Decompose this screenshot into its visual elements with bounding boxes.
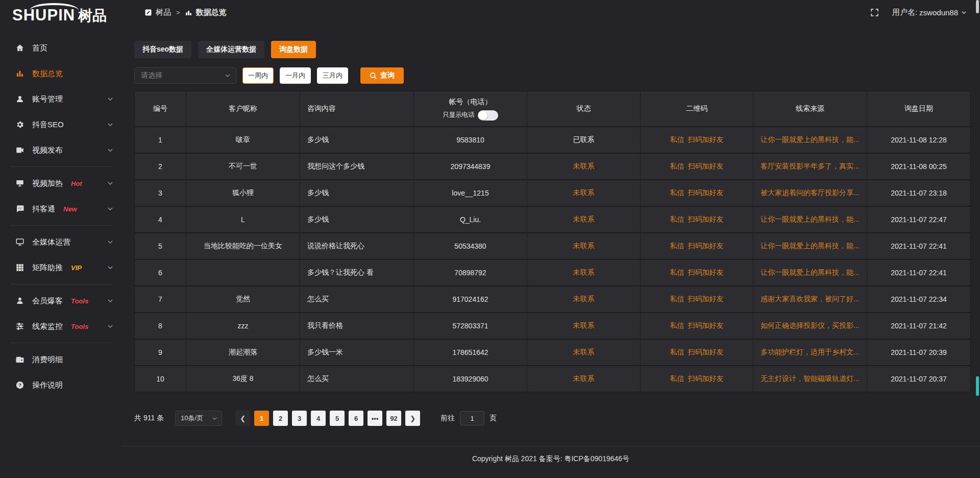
private-msg-link[interactable]: 私信 xyxy=(670,242,684,251)
sidebar-item-member-burst[interactable]: 会员爆客Tools xyxy=(0,288,121,314)
sidebar-item-data-overview[interactable]: 数据总览 xyxy=(0,61,121,86)
scan-add-friend-link[interactable]: 扫码加好友 xyxy=(688,295,724,304)
private-msg-link[interactable]: 私信 xyxy=(670,268,684,277)
page-button-5[interactable]: 5 xyxy=(330,411,345,426)
scan-add-friend-link[interactable]: 扫码加好友 xyxy=(688,321,724,330)
video-icon xyxy=(15,146,24,155)
period-button-1[interactable]: 一月内 xyxy=(280,67,311,84)
sidebar-item-label: 抖客通 xyxy=(32,204,55,214)
cell-source[interactable]: 感谢大家喜欢我家，被问了好... xyxy=(753,286,867,312)
more-pages-button[interactable]: ••• xyxy=(368,411,382,426)
user-menu[interactable]: 用户名: zswodun88 xyxy=(892,8,967,17)
scan-add-friend-link[interactable]: 扫码加好友 xyxy=(688,135,724,145)
cell-qr[interactable]: 私信扫码加好友 xyxy=(641,207,753,232)
scan-add-friend-link[interactable]: 扫码加好友 xyxy=(688,374,724,384)
cell-qr[interactable]: 私信扫码加好友 xyxy=(641,340,753,365)
search-button-label: 查询 xyxy=(380,71,395,80)
cell-source[interactable]: 多功能护栏灯，适用于乡村文... xyxy=(753,340,867,365)
page-button-4[interactable]: 4 xyxy=(311,411,326,426)
cell-qr[interactable]: 私信扫码加好友 xyxy=(641,180,753,206)
scan-add-friend-link[interactable]: 扫码加好友 xyxy=(688,268,724,277)
cell-qr[interactable]: 私信扫码加好友 xyxy=(641,154,753,179)
cell-account: love__1215 xyxy=(414,180,527,206)
tab-inquiry-data[interactable]: 询盘数据 xyxy=(271,41,316,58)
cell-source[interactable]: 让你一眼就爱上的黑科技，能... xyxy=(753,207,867,232)
sidebar-item-omni-media[interactable]: 全媒体运营 xyxy=(0,229,121,255)
page-button-6[interactable]: 6 xyxy=(349,411,363,426)
page-button-2[interactable]: 2 xyxy=(273,411,288,426)
sidebar-item-operation-guide[interactable]: ?操作说明 xyxy=(0,372,121,398)
sidebar-item-douketong[interactable]: 抖客通New xyxy=(0,196,121,222)
cell-qr[interactable]: 私信扫码加好友 xyxy=(641,313,753,339)
phone-only-toggle[interactable] xyxy=(478,110,498,121)
cell-qr[interactable]: 私信扫码加好友 xyxy=(641,127,753,153)
cell-qr[interactable]: 私信扫码加好友 xyxy=(641,366,753,392)
menu-divider xyxy=(10,343,111,343)
cell-source[interactable]: 让你一眼就爱上的黑科技，能... xyxy=(753,233,867,259)
sidebar-item-douyin-seo[interactable]: 抖音SEO xyxy=(0,112,121,137)
goto-page-input[interactable] xyxy=(460,411,484,425)
scrollbar-accent xyxy=(976,376,979,396)
menu-divider xyxy=(10,225,111,226)
period-button-2[interactable]: 三月内 xyxy=(317,67,348,84)
cell-account: 9583810 xyxy=(414,127,527,153)
cell-qr[interactable]: 私信扫码加好友 xyxy=(641,260,753,285)
tab-omni-media-data[interactable]: 全媒体运营数据 xyxy=(198,41,264,58)
sidebar-item-consumption-detail[interactable]: 消费明细 xyxy=(0,347,121,372)
sidebar-item-matrix-boost[interactable]: 矩阵助推VIP xyxy=(0,255,121,280)
private-msg-link[interactable]: 私信 xyxy=(670,215,684,224)
page-size-select[interactable]: 10条/页 xyxy=(175,411,222,426)
cell-nickname: 当地比较能吃的一位美女 xyxy=(186,233,300,259)
scan-add-friend-link[interactable]: 扫码加好友 xyxy=(688,215,724,224)
goto-label: 前往 xyxy=(440,414,455,423)
monitor-icon xyxy=(15,237,24,247)
scrollbar-thumb[interactable] xyxy=(976,0,979,13)
next-page-button[interactable]: ❯ xyxy=(405,411,420,426)
cell-source[interactable]: 如何正确选择投影仪，买投影... xyxy=(753,313,867,339)
cell-no: 8 xyxy=(135,313,186,339)
private-msg-link[interactable]: 私信 xyxy=(670,348,684,357)
sidebar-item-label: 操作说明 xyxy=(32,380,63,390)
filter-select[interactable]: 请选择 xyxy=(134,67,236,84)
cell-source[interactable]: 无主灯设计，智能磁吸轨道灯... xyxy=(753,366,867,392)
page-button-1[interactable]: 1 xyxy=(254,411,269,426)
bar-chart-icon xyxy=(185,9,192,16)
sidebar-item-video-heat[interactable]: 视频加热Hot xyxy=(0,171,121,196)
page-button-3[interactable]: 3 xyxy=(292,411,307,426)
sidebar-item-home[interactable]: 首页 xyxy=(0,35,121,61)
scan-add-friend-link[interactable]: 扫码加好友 xyxy=(688,188,724,198)
sidebar-item-video-publish[interactable]: 视频发布 xyxy=(0,137,121,163)
cell-source[interactable]: 让你一眼就爱上的黑科技，能... xyxy=(753,260,867,285)
tab-douyin-seo-data[interactable]: 抖音seo数据 xyxy=(134,41,191,58)
scan-add-friend-link[interactable]: 扫码加好友 xyxy=(688,162,724,171)
prev-page-button[interactable]: ❮ xyxy=(235,411,250,426)
cell-source[interactable]: 让你一眼就爱上的黑科技，能... xyxy=(753,127,867,153)
period-buttons: 一周内一月内三月内 xyxy=(236,67,348,84)
sidebar-item-lead-monitor[interactable]: 线索监控Tools xyxy=(0,314,121,339)
monitor-fill-icon xyxy=(15,179,24,188)
cell-status: 未联系 xyxy=(527,233,640,259)
chevron-down-icon xyxy=(107,147,113,153)
breadcrumb-root[interactable]: 树品 xyxy=(156,8,171,17)
private-msg-link[interactable]: 私信 xyxy=(670,374,684,384)
cell-source[interactable]: 被大家追着问的客厅投影分享... xyxy=(753,180,867,206)
scan-add-friend-link[interactable]: 扫码加好友 xyxy=(688,348,724,357)
column-header-3: 帐号（电话）只显示电话 xyxy=(414,91,527,126)
private-msg-link[interactable]: 私信 xyxy=(670,188,684,198)
private-msg-link[interactable]: 私信 xyxy=(670,295,684,304)
search-button[interactable]: 查询 xyxy=(360,67,404,84)
cell-qr[interactable]: 私信扫码加好友 xyxy=(641,233,753,259)
private-msg-link[interactable]: 私信 xyxy=(670,321,684,330)
sidebar-item-account-management[interactable]: 账号管理 xyxy=(0,86,121,112)
cell-source[interactable]: 客厅安装投影半年多了，真实... xyxy=(753,154,867,179)
private-msg-link[interactable]: 私信 xyxy=(670,135,684,145)
cell-no: 4 xyxy=(135,207,186,232)
period-button-0[interactable]: 一周内 xyxy=(242,67,274,84)
data-tabs: 抖音seo数据全媒体运营数据询盘数据 xyxy=(134,41,971,58)
fullscreen-icon[interactable] xyxy=(870,8,879,17)
scan-add-friend-link[interactable]: 扫码加好友 xyxy=(688,242,724,251)
cell-inquiry: 怎么买 xyxy=(300,366,413,392)
page-button-92[interactable]: 92 xyxy=(386,411,401,426)
cell-qr[interactable]: 私信扫码加好友 xyxy=(641,286,753,312)
private-msg-link[interactable]: 私信 xyxy=(670,162,684,171)
